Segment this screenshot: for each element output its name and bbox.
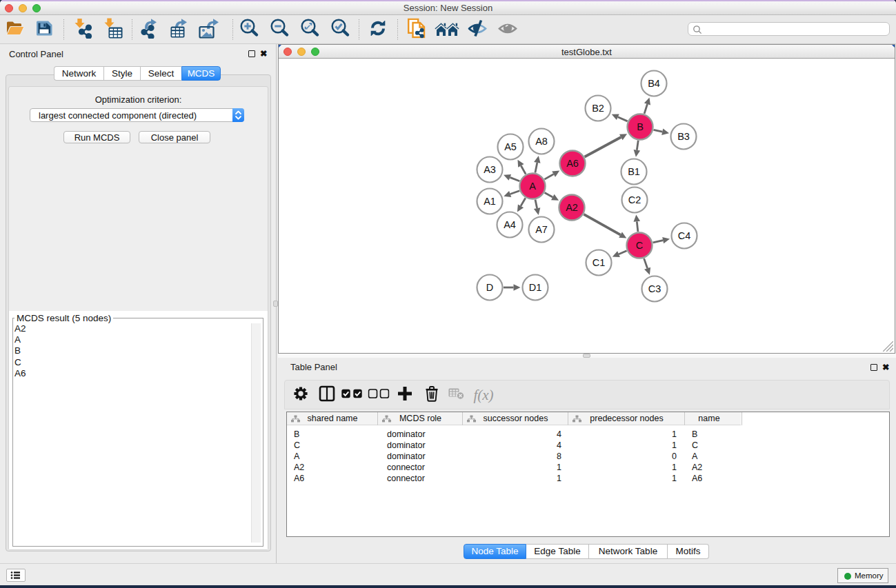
svg-text:A: A xyxy=(529,181,536,192)
svg-text:D: D xyxy=(486,282,493,293)
svg-text:C2: C2 xyxy=(628,194,641,205)
svg-text:D1: D1 xyxy=(529,282,542,293)
svg-text:A3: A3 xyxy=(484,164,496,175)
svg-text:A6: A6 xyxy=(566,158,579,169)
svg-text:A1: A1 xyxy=(484,196,496,207)
svg-text:A2: A2 xyxy=(566,202,578,213)
svg-text:C3: C3 xyxy=(648,283,661,294)
svg-text:B2: B2 xyxy=(592,103,604,114)
svg-text:A8: A8 xyxy=(535,136,548,147)
svg-text:C1: C1 xyxy=(593,257,606,268)
svg-text:B4: B4 xyxy=(648,78,660,89)
svg-text:B1: B1 xyxy=(628,166,640,177)
svg-text:C: C xyxy=(636,240,643,251)
svg-text:A7: A7 xyxy=(535,224,548,235)
svg-text:C4: C4 xyxy=(678,230,691,241)
svg-text:B3: B3 xyxy=(677,131,690,142)
svg-text:A4: A4 xyxy=(504,219,516,230)
svg-text:A5: A5 xyxy=(504,141,517,152)
svg-text:B: B xyxy=(637,121,644,132)
